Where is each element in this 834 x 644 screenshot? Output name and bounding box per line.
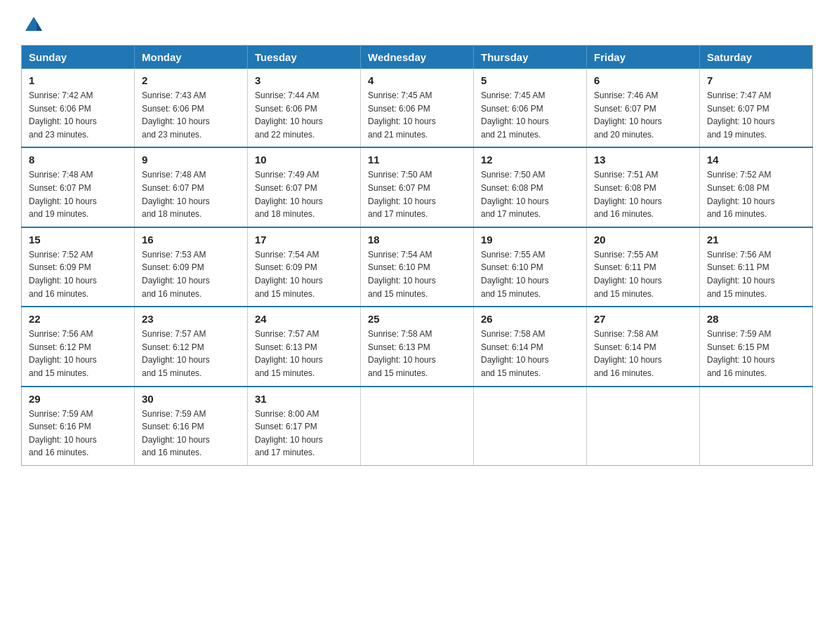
day-info: Sunrise: 7:51 AMSunset: 6:08 PMDaylight:… xyxy=(594,168,692,220)
day-number: 28 xyxy=(707,313,805,325)
day-info: Sunrise: 7:55 AMSunset: 6:10 PMDaylight:… xyxy=(481,248,579,300)
empty-cell xyxy=(587,387,700,466)
week-row-5: 29Sunrise: 7:59 AMSunset: 6:16 PMDayligh… xyxy=(22,387,813,466)
day-cell-13: 13Sunrise: 7:51 AMSunset: 6:08 PMDayligh… xyxy=(587,147,700,227)
day-info: Sunrise: 7:56 AMSunset: 6:12 PMDaylight:… xyxy=(29,328,127,380)
page-header xyxy=(21,14,813,32)
day-info: Sunrise: 7:59 AMSunset: 6:15 PMDaylight:… xyxy=(707,328,805,380)
weekday-header-saturday: Saturday xyxy=(700,46,813,69)
day-number: 19 xyxy=(481,234,579,246)
day-cell-14: 14Sunrise: 7:52 AMSunset: 6:08 PMDayligh… xyxy=(700,147,813,227)
empty-cell xyxy=(700,387,813,466)
day-info: Sunrise: 7:58 AMSunset: 6:14 PMDaylight:… xyxy=(594,328,692,380)
day-cell-7: 7Sunrise: 7:47 AMSunset: 6:07 PMDaylight… xyxy=(700,69,813,147)
day-number: 4 xyxy=(368,74,466,86)
day-info: Sunrise: 7:56 AMSunset: 6:11 PMDaylight:… xyxy=(707,248,805,300)
day-cell-16: 16Sunrise: 7:53 AMSunset: 6:09 PMDayligh… xyxy=(135,227,248,307)
week-row-3: 15Sunrise: 7:52 AMSunset: 6:09 PMDayligh… xyxy=(22,227,813,307)
week-row-2: 8Sunrise: 7:48 AMSunset: 6:07 PMDaylight… xyxy=(22,147,813,227)
day-number: 2 xyxy=(142,74,240,86)
day-cell-3: 3Sunrise: 7:44 AMSunset: 6:06 PMDaylight… xyxy=(248,69,361,147)
weekday-header-row: SundayMondayTuesdayWednesdayThursdayFrid… xyxy=(22,46,813,69)
day-number: 12 xyxy=(481,154,579,166)
day-info: Sunrise: 7:53 AMSunset: 6:09 PMDaylight:… xyxy=(142,248,240,300)
day-cell-31: 31Sunrise: 8:00 AMSunset: 6:17 PMDayligh… xyxy=(248,387,361,466)
empty-cell xyxy=(474,387,587,466)
day-cell-20: 20Sunrise: 7:55 AMSunset: 6:11 PMDayligh… xyxy=(587,227,700,307)
day-number: 18 xyxy=(368,234,466,246)
day-number: 29 xyxy=(29,393,127,405)
empty-cell xyxy=(361,387,474,466)
day-cell-4: 4Sunrise: 7:45 AMSunset: 6:06 PMDaylight… xyxy=(361,69,474,147)
day-number: 11 xyxy=(368,154,466,166)
day-cell-9: 9Sunrise: 7:48 AMSunset: 6:07 PMDaylight… xyxy=(135,147,248,227)
day-number: 7 xyxy=(707,74,805,86)
day-number: 24 xyxy=(255,313,353,325)
day-info: Sunrise: 7:44 AMSunset: 6:06 PMDaylight:… xyxy=(255,89,353,141)
calendar-table: SundayMondayTuesdayWednesdayThursdayFrid… xyxy=(21,45,813,466)
day-cell-11: 11Sunrise: 7:50 AMSunset: 6:07 PMDayligh… xyxy=(361,147,474,227)
logo xyxy=(21,14,45,32)
day-number: 15 xyxy=(29,234,127,246)
day-cell-30: 30Sunrise: 7:59 AMSunset: 6:16 PMDayligh… xyxy=(135,387,248,466)
day-info: Sunrise: 7:55 AMSunset: 6:11 PMDaylight:… xyxy=(594,248,692,300)
day-cell-12: 12Sunrise: 7:50 AMSunset: 6:08 PMDayligh… xyxy=(474,147,587,227)
day-info: Sunrise: 7:50 AMSunset: 6:07 PMDaylight:… xyxy=(368,168,466,220)
weekday-header-tuesday: Tuesday xyxy=(248,46,361,69)
day-cell-17: 17Sunrise: 7:54 AMSunset: 6:09 PMDayligh… xyxy=(248,227,361,307)
day-cell-5: 5Sunrise: 7:45 AMSunset: 6:06 PMDaylight… xyxy=(474,69,587,147)
day-number: 21 xyxy=(707,234,805,246)
day-cell-19: 19Sunrise: 7:55 AMSunset: 6:10 PMDayligh… xyxy=(474,227,587,307)
day-cell-27: 27Sunrise: 7:58 AMSunset: 6:14 PMDayligh… xyxy=(587,307,700,386)
day-info: Sunrise: 7:45 AMSunset: 6:06 PMDaylight:… xyxy=(368,89,466,141)
day-number: 26 xyxy=(481,313,579,325)
day-info: Sunrise: 7:45 AMSunset: 6:06 PMDaylight:… xyxy=(481,89,579,141)
day-number: 23 xyxy=(142,313,240,325)
day-info: Sunrise: 7:49 AMSunset: 6:07 PMDaylight:… xyxy=(255,168,353,220)
day-number: 8 xyxy=(29,154,127,166)
day-number: 13 xyxy=(594,154,692,166)
day-number: 6 xyxy=(594,74,692,86)
day-info: Sunrise: 7:48 AMSunset: 6:07 PMDaylight:… xyxy=(29,168,127,220)
day-number: 10 xyxy=(255,154,353,166)
day-cell-18: 18Sunrise: 7:54 AMSunset: 6:10 PMDayligh… xyxy=(361,227,474,307)
week-row-4: 22Sunrise: 7:56 AMSunset: 6:12 PMDayligh… xyxy=(22,307,813,386)
day-cell-28: 28Sunrise: 7:59 AMSunset: 6:15 PMDayligh… xyxy=(700,307,813,386)
day-cell-22: 22Sunrise: 7:56 AMSunset: 6:12 PMDayligh… xyxy=(22,307,135,386)
day-number: 3 xyxy=(255,74,353,86)
day-cell-21: 21Sunrise: 7:56 AMSunset: 6:11 PMDayligh… xyxy=(700,227,813,307)
day-number: 27 xyxy=(594,313,692,325)
day-cell-1: 1Sunrise: 7:42 AMSunset: 6:06 PMDaylight… xyxy=(22,69,135,147)
day-number: 30 xyxy=(142,393,240,405)
day-info: Sunrise: 7:42 AMSunset: 6:06 PMDaylight:… xyxy=(29,89,127,141)
day-cell-2: 2Sunrise: 7:43 AMSunset: 6:06 PMDaylight… xyxy=(135,69,248,147)
day-number: 20 xyxy=(594,234,692,246)
weekday-header-monday: Monday xyxy=(135,46,248,69)
day-number: 16 xyxy=(142,234,240,246)
weekday-header-wednesday: Wednesday xyxy=(361,46,474,69)
day-cell-10: 10Sunrise: 7:49 AMSunset: 6:07 PMDayligh… xyxy=(248,147,361,227)
day-cell-15: 15Sunrise: 7:52 AMSunset: 6:09 PMDayligh… xyxy=(22,227,135,307)
day-cell-26: 26Sunrise: 7:58 AMSunset: 6:14 PMDayligh… xyxy=(474,307,587,386)
day-info: Sunrise: 7:43 AMSunset: 6:06 PMDaylight:… xyxy=(142,89,240,141)
day-info: Sunrise: 7:48 AMSunset: 6:07 PMDaylight:… xyxy=(142,168,240,220)
day-cell-6: 6Sunrise: 7:46 AMSunset: 6:07 PMDaylight… xyxy=(587,69,700,147)
day-cell-29: 29Sunrise: 7:59 AMSunset: 6:16 PMDayligh… xyxy=(22,387,135,466)
day-info: Sunrise: 7:50 AMSunset: 6:08 PMDaylight:… xyxy=(481,168,579,220)
day-info: Sunrise: 7:58 AMSunset: 6:13 PMDaylight:… xyxy=(368,328,466,380)
day-number: 31 xyxy=(255,393,353,405)
day-number: 17 xyxy=(255,234,353,246)
day-info: Sunrise: 7:57 AMSunset: 6:13 PMDaylight:… xyxy=(255,328,353,380)
day-info: Sunrise: 7:46 AMSunset: 6:07 PMDaylight:… xyxy=(594,89,692,141)
day-number: 22 xyxy=(29,313,127,325)
week-row-1: 1Sunrise: 7:42 AMSunset: 6:06 PMDaylight… xyxy=(22,69,813,147)
day-info: Sunrise: 7:59 AMSunset: 6:16 PMDaylight:… xyxy=(29,408,127,459)
logo-icon xyxy=(22,11,45,34)
day-cell-24: 24Sunrise: 7:57 AMSunset: 6:13 PMDayligh… xyxy=(248,307,361,386)
day-info: Sunrise: 7:57 AMSunset: 6:12 PMDaylight:… xyxy=(142,328,240,380)
day-number: 9 xyxy=(142,154,240,166)
day-info: Sunrise: 8:00 AMSunset: 6:17 PMDaylight:… xyxy=(255,408,353,459)
day-number: 1 xyxy=(29,74,127,86)
day-number: 25 xyxy=(368,313,466,325)
weekday-header-thursday: Thursday xyxy=(474,46,587,69)
